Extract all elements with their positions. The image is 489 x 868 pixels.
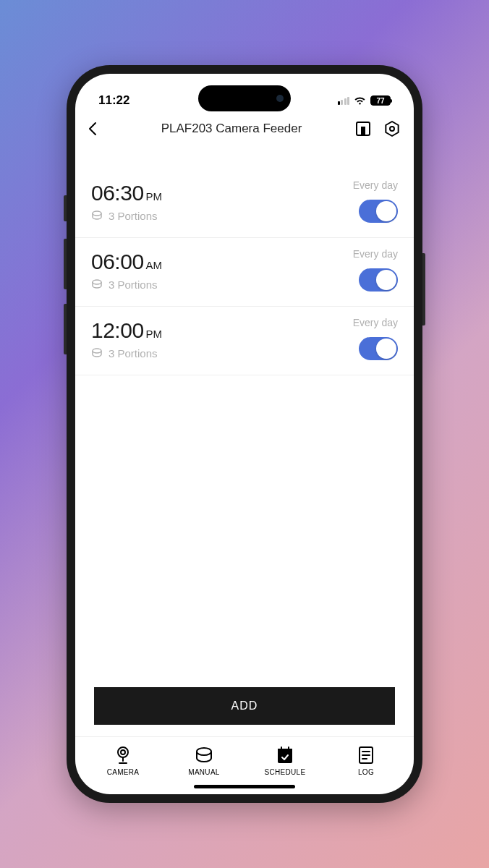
phone-frame: 11:22 77 PLAF203 Camera Feeder: [67, 65, 422, 803]
settings-icon[interactable]: [383, 120, 401, 137]
svg-point-4: [93, 280, 101, 284]
schedule-list: 06:30 PM 3 Portions Ever: [75, 148, 414, 676]
schedule-icon: [276, 746, 294, 765]
tab-camera[interactable]: CAMERA: [93, 746, 153, 776]
tab-label: LOG: [358, 768, 374, 776]
portion-count: 3 Portions: [109, 347, 158, 359]
schedule-item[interactable]: 12:00 PM 3 Portions Ever: [75, 307, 414, 375]
svg-point-6: [118, 747, 128, 757]
screen: 11:22 77 PLAF203 Camera Feeder: [75, 74, 414, 794]
tab-schedule[interactable]: SCHEDULE: [255, 746, 315, 776]
portion-icon: [91, 347, 103, 359]
battery-level: 77: [376, 97, 384, 105]
frequency-label: Every day: [353, 179, 398, 191]
svg-point-8: [197, 748, 211, 755]
schedule-toggle[interactable]: [359, 337, 398, 360]
svg-point-2: [390, 127, 394, 131]
frequency-label: Every day: [353, 248, 398, 260]
tab-log[interactable]: LOG: [336, 746, 396, 776]
portion-count: 3 Portions: [109, 278, 158, 291]
camera-icon: [114, 746, 132, 765]
schedule-toggle[interactable]: [359, 200, 398, 223]
schedule-ampm: AM: [146, 259, 163, 271]
tab-label: MANUAL: [188, 768, 219, 776]
schedule-item[interactable]: 06:00 AM 3 Portions Ever: [75, 238, 414, 307]
status-time: 11:22: [98, 93, 129, 108]
frequency-label: Every day: [353, 317, 398, 328]
log-icon: [357, 746, 375, 765]
split-view-icon[interactable]: [354, 120, 372, 137]
home-indicator[interactable]: [194, 785, 295, 788]
svg-point-3: [93, 211, 101, 216]
portion-count: 3 Portions: [109, 210, 158, 222]
app-header: PLAF203 Camera Feeder: [75, 114, 414, 148]
svg-rect-10: [278, 749, 292, 753]
portion-icon: [91, 210, 103, 221]
cellular-signal-icon: [338, 97, 350, 105]
battery-icon: 77: [370, 95, 391, 106]
svg-rect-1: [361, 127, 365, 135]
svg-point-5: [93, 349, 101, 353]
schedule-ampm: PM: [146, 328, 163, 340]
schedule-item[interactable]: 06:30 PM 3 Portions Ever: [75, 169, 414, 238]
schedule-ampm: PM: [146, 190, 163, 203]
tab-label: CAMERA: [107, 768, 140, 776]
back-button[interactable]: [88, 122, 109, 136]
svg-point-7: [121, 750, 125, 754]
tab-manual[interactable]: MANUAL: [174, 746, 234, 776]
manual-icon: [195, 746, 213, 765]
schedule-time: 12:00: [91, 318, 144, 343]
schedule-time: 06:30: [91, 181, 144, 205]
dynamic-island: [198, 85, 291, 111]
schedule-time: 06:00: [91, 250, 144, 274]
wifi-icon: [354, 96, 366, 106]
page-title: PLAF203 Camera Feeder: [116, 122, 347, 136]
add-button[interactable]: ADD: [94, 687, 395, 725]
tab-label: SCHEDULE: [265, 768, 306, 776]
portion-icon: [91, 278, 103, 290]
schedule-toggle[interactable]: [359, 268, 398, 292]
